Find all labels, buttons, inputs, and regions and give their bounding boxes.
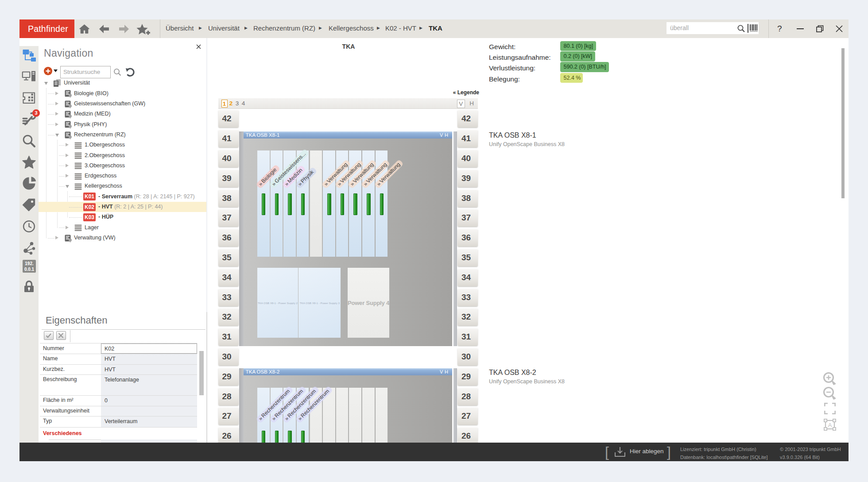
svg-text:A: A — [828, 422, 832, 428]
